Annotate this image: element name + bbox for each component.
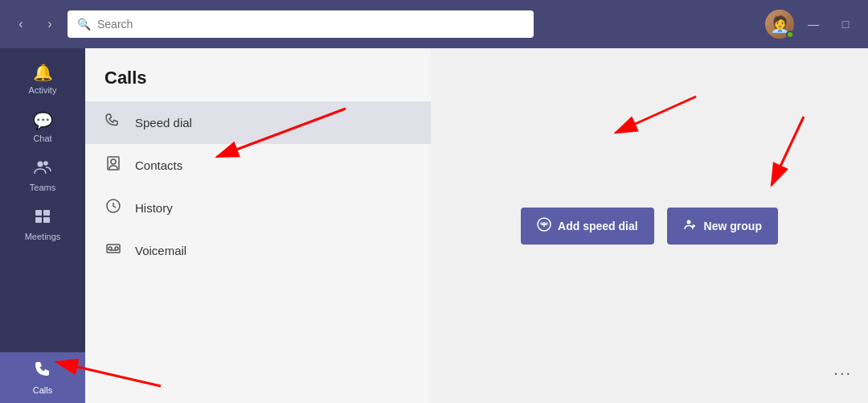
sidebar-item-teams[interactable]: Teams — [0, 151, 85, 200]
activity-icon: 🔔 — [33, 63, 53, 82]
svg-rect-4 — [35, 217, 42, 223]
svg-point-7 — [111, 159, 116, 164]
right-panel: Add speed dial New group ... — [431, 48, 868, 403]
nav-item-voicemail[interactable]: Voicemail — [85, 229, 431, 272]
sidebar-item-calls[interactable]: Calls — [0, 352, 85, 403]
avatar[interactable]: 🧑‍💼 — [765, 10, 794, 39]
right-panel-content: Add speed dial New group — [431, 48, 868, 403]
history-icon — [104, 198, 122, 218]
add-speed-dial-label: Add speed dial — [558, 220, 638, 232]
svg-rect-2 — [35, 210, 42, 216]
nav-item-speed-dial[interactable]: Speed dial — [85, 101, 431, 144]
nav-item-label-contacts: Contacts — [135, 158, 182, 172]
forward-button[interactable]: › — [39, 13, 61, 35]
presence-badge — [786, 31, 794, 39]
sidebar-item-chat[interactable]: 💬 Chat — [0, 103, 85, 151]
chat-icon: 💬 — [33, 111, 53, 130]
add-speed-dial-button[interactable]: Add speed dial — [521, 208, 654, 245]
more-options-button[interactable]: ... — [833, 360, 852, 379]
nav-item-label-speed-dial: Speed dial — [135, 116, 192, 130]
sidebar-item-activity[interactable]: 🔔 Activity — [0, 55, 85, 103]
search-icon: 🔍 — [77, 18, 91, 31]
svg-rect-5 — [43, 217, 50, 223]
new-group-button[interactable]: New group — [667, 208, 778, 245]
sidebar-label-activity: Activity — [29, 85, 57, 95]
new-group-label: New group — [704, 220, 762, 232]
sidebar: 🔔 Activity 💬 Chat Teams — [0, 48, 85, 403]
left-panel: Calls Speed dial Contacts — [85, 48, 431, 403]
voicemail-icon — [104, 241, 122, 261]
svg-rect-3 — [43, 210, 50, 216]
sidebar-item-meetings[interactable]: Meetings — [0, 200, 85, 249]
meetings-icon — [34, 208, 51, 228]
maximize-button[interactable]: □ — [833, 13, 858, 35]
nav-item-label-history: History — [135, 201, 173, 215]
sidebar-label-calls: Calls — [33, 385, 52, 395]
contacts-icon — [104, 155, 122, 175]
minimize-button[interactable]: — — [800, 13, 826, 35]
nav-item-label-voicemail: Voicemail — [135, 244, 186, 257]
teams-icon — [34, 159, 51, 179]
svg-point-0 — [38, 162, 43, 167]
new-group-icon — [683, 217, 698, 235]
search-input[interactable] — [97, 18, 524, 31]
sidebar-label-teams: Teams — [30, 183, 55, 192]
page-title: Calls — [85, 48, 431, 101]
calls-icon — [34, 360, 51, 382]
speed-dial-icon — [104, 113, 122, 133]
add-speed-dial-icon — [537, 217, 551, 235]
title-bar: ‹ › 🔍 🧑‍💼 — □ — [0, 0, 868, 48]
calls-nav-list: Speed dial Contacts — [85, 101, 431, 272]
svg-point-15 — [686, 220, 690, 224]
sidebar-label-meetings: Meetings — [25, 232, 61, 241]
main-area: 🔔 Activity 💬 Chat Teams — [0, 48, 868, 403]
search-bar: 🔍 — [68, 10, 534, 38]
svg-point-1 — [43, 161, 48, 166]
nav-item-contacts[interactable]: Contacts — [85, 144, 431, 187]
nav-item-history[interactable]: History — [85, 187, 431, 229]
title-bar-right: 🧑‍💼 — □ — [765, 10, 858, 39]
sidebar-label-chat: Chat — [33, 134, 51, 143]
svg-point-14 — [545, 222, 548, 225]
svg-point-13 — [540, 222, 543, 225]
back-button[interactable]: ‹ — [10, 13, 32, 35]
